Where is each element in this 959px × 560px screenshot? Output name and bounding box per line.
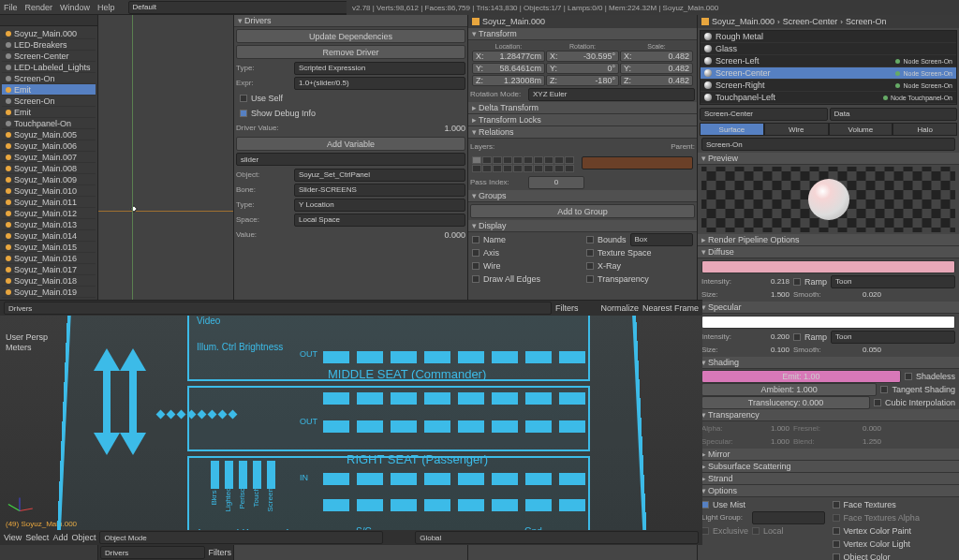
delta-transform-header[interactable]: Delta Transform	[468, 102, 697, 114]
material-slot[interactable]: Touchpanel-LeftNode Touchpanel-On	[701, 92, 956, 104]
outliner-item[interactable]: LED-Breakers	[2, 39, 96, 51]
outliner-item[interactable]: Screen-On	[2, 96, 96, 107]
outliner-item[interactable]: Emit	[2, 107, 96, 118]
outliner-item[interactable]: Soyuz_Main.012	[2, 208, 96, 219]
outliner-item[interactable]: Soyuz_Main.006	[2, 140, 96, 152]
tab-volume[interactable]: Volume	[829, 123, 893, 136]
display-edges-check[interactable]	[472, 275, 480, 283]
keyframe-handle[interactable]	[129, 204, 137, 212]
material-slot[interactable]: Rough Metal	[701, 31, 956, 43]
add-variable-button[interactable]: Add Variable	[236, 137, 465, 151]
sss-header[interactable]: Subsurface Scattering	[698, 461, 959, 473]
exclusive-check[interactable]	[701, 527, 709, 535]
vp-view[interactable]: View	[4, 533, 22, 542]
material-slot[interactable]: Glass	[701, 43, 956, 55]
specular-header[interactable]: Specular	[698, 302, 959, 314]
viewport-canvas[interactable]: User Persp Meters (49) Soyuz_Main.000 Vi…	[0, 316, 702, 530]
local-check[interactable]	[752, 527, 760, 535]
vcollight-check[interactable]	[833, 540, 840, 548]
bone-select[interactable]: Slider-SCREENS	[294, 184, 465, 197]
strand-header[interactable]: Strand	[698, 473, 959, 485]
material-slot[interactable]: Screen-RightNode Screen-On	[701, 80, 956, 92]
outliner-item[interactable]: Soyuz_Main.013	[2, 219, 96, 230]
transparency-header[interactable]: Transparency	[698, 409, 959, 421]
translucency-slider[interactable]: Translucency: 0.000	[701, 396, 870, 409]
display-trans-check[interactable]	[586, 275, 594, 283]
outliner-item[interactable]: Soyuz_Main.014	[2, 230, 96, 242]
object-select[interactable]: Soyuz_Set_CtrlPanel	[294, 169, 465, 182]
spec-ramp-check[interactable]	[793, 333, 801, 341]
tab-surface[interactable]: Surface	[700, 123, 764, 136]
driver-expr-input[interactable]: 1.0+(slider/0.5)	[294, 77, 465, 90]
outliner-item[interactable]: Soyuz_Main.018	[2, 275, 96, 287]
light-group-select[interactable]	[752, 511, 825, 524]
drivers-header[interactable]: Drivers	[234, 15, 467, 27]
tangent-check[interactable]	[880, 386, 888, 393]
material-data-select[interactable]: Data	[830, 108, 958, 121]
preview-header[interactable]: Preview	[698, 153, 959, 165]
loc-x[interactable]: X:1.28477cm	[472, 51, 545, 62]
outliner-item[interactable]: Soyuz_Main.009	[2, 174, 96, 185]
rotmode-select[interactable]: XYZ Euler	[528, 88, 695, 101]
space-select[interactable]: Local Space	[294, 214, 465, 227]
pipeline-header[interactable]: Render Pipeline Options	[698, 234, 959, 246]
mirror-header[interactable]: Mirror	[698, 449, 959, 461]
outliner-item[interactable]: Soyuz_Main.016	[2, 253, 96, 264]
material-name-input[interactable]: Screen-Center	[700, 108, 828, 121]
facetex-check[interactable]	[833, 501, 840, 508]
outliner-item[interactable]: Soyuz_Main.019	[2, 287, 96, 298]
vp-add[interactable]: Add	[52, 533, 67, 542]
outliner-item[interactable]: Soyuz_Main.008	[2, 163, 96, 174]
use-self-check[interactable]	[240, 95, 247, 102]
tab-wire[interactable]: Wire	[764, 123, 829, 136]
remove-driver-button[interactable]: Remove Driver	[236, 45, 465, 59]
groups-header[interactable]: Groups	[468, 190, 697, 202]
outliner-header[interactable]	[0, 15, 97, 26]
pass-index[interactable]: 0	[528, 176, 584, 189]
facetexa-check[interactable]	[833, 514, 840, 522]
shading-header[interactable]: Shading	[698, 357, 959, 369]
vp-object[interactable]: Object	[71, 533, 96, 542]
diffuse-color[interactable]	[701, 260, 955, 273]
transform-header[interactable]: Transform	[468, 28, 697, 40]
diffuse-shader[interactable]: Toon	[831, 275, 955, 288]
rot-x[interactable]: X:-30.595°	[546, 51, 619, 62]
display-header[interactable]: Display	[468, 220, 697, 232]
outliner-item[interactable]: Soyuz_Main.011	[2, 197, 96, 208]
diffuse-header[interactable]: Diffuse	[698, 246, 959, 258]
outliner-item[interactable]: Soyuz_Main.007	[2, 152, 96, 163]
outliner-item[interactable]: Screen-On	[2, 73, 96, 84]
scl-x[interactable]: X:0.482	[620, 51, 693, 62]
nodegroup-name[interactable]: Screen-On	[701, 138, 955, 151]
diffuse-ramp-check[interactable]	[793, 278, 801, 286]
emit-slider[interactable]: Emit: 1.00	[701, 370, 901, 383]
display-bounds-check[interactable]	[586, 236, 594, 243]
outliner-item[interactable]: Emit	[2, 84, 96, 96]
display-tex-check[interactable]	[586, 249, 594, 257]
shadeless-check[interactable]	[905, 373, 912, 380]
menu-render[interactable]: Render	[25, 3, 53, 12]
menu-file[interactable]: File	[4, 3, 18, 12]
menu-help[interactable]: Help	[97, 3, 115, 12]
parent-select[interactable]	[582, 156, 693, 169]
orientation-select[interactable]: Global	[415, 531, 699, 544]
loc-z[interactable]: Z:1.23008m	[472, 75, 545, 86]
scl-z[interactable]: Z:0.482	[620, 75, 693, 86]
material-slot-list[interactable]: Rough MetalGlassScreen-LeftNode Screen-O…	[700, 30, 957, 105]
material-slot[interactable]: Screen-CenterNode Screen-On	[701, 67, 956, 80]
variable-name-input[interactable]: slider	[236, 153, 465, 166]
use-mist-check[interactable]	[701, 501, 709, 508]
specular-color[interactable]	[701, 316, 955, 329]
update-deps-button[interactable]: Update Dependencies	[236, 29, 465, 43]
outliner-item[interactable]: Soyuz_Main.005	[2, 129, 96, 140]
layers-grid[interactable]	[472, 156, 574, 172]
outliner-item[interactable]: LED-Labeled_Lights	[2, 62, 96, 73]
outliner-item[interactable]: Screen-Center	[2, 51, 96, 62]
tab-halo[interactable]: Halo	[893, 123, 957, 136]
ambient-slider[interactable]: Ambient: 1.000	[701, 383, 877, 396]
outliner-item[interactable]: Soyuz_Main.010	[2, 185, 96, 197]
display-name-check[interactable]	[472, 236, 480, 243]
display-xray-check[interactable]	[586, 262, 594, 270]
mat-breadcrumb[interactable]: Soyuz_Main.000 › Screen-Center › Screen-…	[698, 15, 959, 28]
prop-type-select[interactable]: Y Location	[294, 199, 465, 212]
